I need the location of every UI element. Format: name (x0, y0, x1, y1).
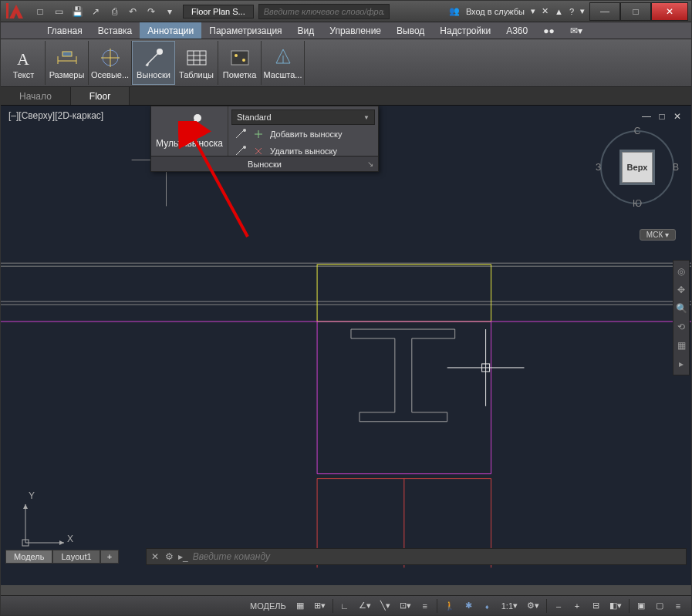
menu-output[interactable]: Вывод (389, 22, 432, 39)
svg-marker-56 (23, 504, 28, 509)
layout1-tab[interactable]: Layout1 (52, 550, 100, 564)
qat-open-icon[interactable]: ▭ (50, 3, 67, 20)
commandline-config-icon[interactable]: ⚙ (165, 551, 174, 562)
nav-more-icon[interactable]: ▸ (673, 356, 689, 372)
signin-dropdown-icon[interactable]: ▾ (531, 6, 535, 16)
scale-label: 1:1 (501, 601, 513, 611)
svg-line-40 (181, 119, 196, 135)
commandline-close-icon[interactable]: ✕ (151, 551, 159, 562)
nav-wheel-icon[interactable]: ◎ (673, 264, 689, 279)
ann-visibility-icon[interactable]: ✱ (461, 598, 478, 614)
annotation-scale-icon[interactable]: 🚶 (441, 598, 459, 614)
add-leader-button[interactable]: Добавить выноску (231, 126, 375, 142)
ucs-y-label: Y (29, 490, 35, 501)
ribbon-text-button[interactable]: A Текст (2, 41, 46, 85)
svg-point-44 (243, 129, 246, 132)
qat-more-icon[interactable]: ▾ (161, 3, 178, 20)
osnap-toggle-icon[interactable]: ⊡▾ (396, 598, 415, 614)
qat-save-icon[interactable]: 💾 (69, 3, 86, 20)
ui-lock-icon[interactable]: ⊟ (587, 598, 604, 614)
menu-mail-icon[interactable]: ✉▾ (562, 22, 590, 39)
app-logo[interactable] (4, 2, 29, 21)
lineweight-toggle-icon[interactable]: ≡ (417, 598, 434, 614)
ribbon-scale-label: Масшта... (264, 70, 302, 79)
isodraft-icon[interactable]: ╲▾ (376, 598, 394, 614)
ucs-icon[interactable]: X Y (16, 490, 78, 554)
leaders-panel-label: Выноски (248, 160, 282, 169)
signin-icon[interactable]: 👥 (449, 6, 460, 16)
svg-point-10 (157, 49, 163, 55)
svg-point-41 (194, 114, 201, 122)
ribbon-leaders-button[interactable]: Выноски (132, 41, 175, 85)
ann-autoscale-icon[interactable]: ⬧ (479, 598, 496, 614)
nav-showmotion-icon[interactable]: ▦ (673, 338, 689, 353)
svg-rect-0 (6, 3, 8, 19)
snap-toggle-icon[interactable]: ⊞▾ (310, 598, 329, 614)
polar-toggle-icon[interactable]: ∠▾ (355, 598, 375, 614)
search-input[interactable] (258, 4, 390, 19)
help-dropdown-icon[interactable]: ▾ (580, 6, 585, 16)
isolate-icon[interactable]: ◧▾ (606, 598, 626, 614)
command-line[interactable]: ✕ ⚙ ▸_ (146, 548, 687, 565)
command-input[interactable] (193, 551, 681, 562)
ribbon-centerlines-button[interactable]: Осевые... (89, 41, 132, 85)
leaders-panel-title[interactable]: Выноски (151, 156, 378, 171)
ribbon-tables-button[interactable]: Таблицы (175, 41, 218, 85)
customize-icon[interactable]: ≡ (670, 598, 687, 614)
ortho-toggle-icon[interactable]: ∟ (336, 598, 353, 614)
nav-zoom-icon[interactable]: 🔍 (673, 301, 689, 316)
exchange-icon[interactable]: ✕ (542, 6, 549, 16)
nav-orbit-icon[interactable]: ⟲ (673, 319, 689, 335)
minimize-button[interactable]: — (589, 2, 620, 21)
nav-pan-icon[interactable]: ✥ (673, 282, 689, 298)
multileader-icon (176, 113, 204, 138)
clean-screen-icon[interactable]: ▢ (651, 598, 668, 614)
ribbon-markup-button[interactable]: Пометка (218, 41, 262, 85)
menu-home[interactable]: Главная (39, 22, 90, 39)
qat-print-icon[interactable]: ⎙ (106, 3, 123, 20)
help-icon[interactable]: ? (569, 7, 574, 16)
maximize-button[interactable]: □ (620, 2, 651, 21)
zoom-in-button[interactable]: + (569, 598, 586, 614)
x-icon (253, 146, 264, 157)
signin-label[interactable]: Вход в службы (466, 7, 525, 16)
qat-saveas-icon[interactable]: ↗ (87, 3, 104, 20)
drawing-canvas[interactable] (1, 106, 691, 585)
a360-icon[interactable]: ▲ (555, 7, 563, 16)
leader-icon (143, 47, 164, 69)
menu-a360[interactable]: A360 (498, 22, 535, 39)
modelspace-toggle[interactable]: МОДЕЛЬ (246, 598, 290, 614)
text-icon: A (13, 47, 35, 69)
ribbon-dimensions-button[interactable]: Размеры (46, 41, 89, 85)
ribbon-markup-label: Пометка (223, 70, 257, 79)
add-leader-icon (235, 129, 247, 140)
menu-insert[interactable]: Вставка (90, 22, 140, 39)
commandline-prompt-icon: ▸_ (178, 551, 188, 562)
qat-undo-icon[interactable]: ↶ (124, 3, 141, 20)
multileader-button[interactable]: Мультивыноска (151, 106, 228, 156)
menu-annotations[interactable]: Аннотации (140, 22, 201, 39)
grid-toggle-icon[interactable]: ▦ (292, 598, 309, 614)
ribbon-scale-button[interactable]: Масшта... (262, 41, 305, 85)
qat-new-icon[interactable]: □ (32, 3, 49, 20)
menu-parametric[interactable]: Параметризация (201, 22, 289, 39)
close-button[interactable]: ✕ (651, 2, 688, 21)
add-layout-tab[interactable]: + (100, 550, 119, 564)
title-search[interactable] (258, 4, 390, 19)
model-tab[interactable]: Модель (5, 550, 52, 564)
menu-manage[interactable]: Управление (322, 22, 389, 39)
leader-style-dropdown[interactable]: Standard (231, 109, 375, 125)
hardware-accel-icon[interactable]: ▣ (633, 598, 650, 614)
menu-bullets-icon[interactable]: ●● (535, 22, 562, 39)
menu-addins[interactable]: Надстройки (432, 22, 498, 39)
scale-value[interactable]: 1:1▾ (498, 598, 522, 614)
workspace-switch-icon[interactable]: ⚙▾ (523, 598, 543, 614)
drawing-area[interactable]: [–][Сверху][2D-каркас] — □ ✕ Верх С Ю В … (1, 106, 691, 585)
file-tab-active[interactable]: Floor (71, 87, 130, 105)
menu-view[interactable]: Вид (290, 22, 322, 39)
svg-text:A: A (17, 49, 29, 68)
start-tab[interactable]: Начало (1, 87, 71, 105)
qat-redo-icon[interactable]: ↷ (143, 3, 160, 20)
zoom-out-button[interactable]: – (550, 598, 567, 614)
centerline-icon (100, 47, 121, 69)
